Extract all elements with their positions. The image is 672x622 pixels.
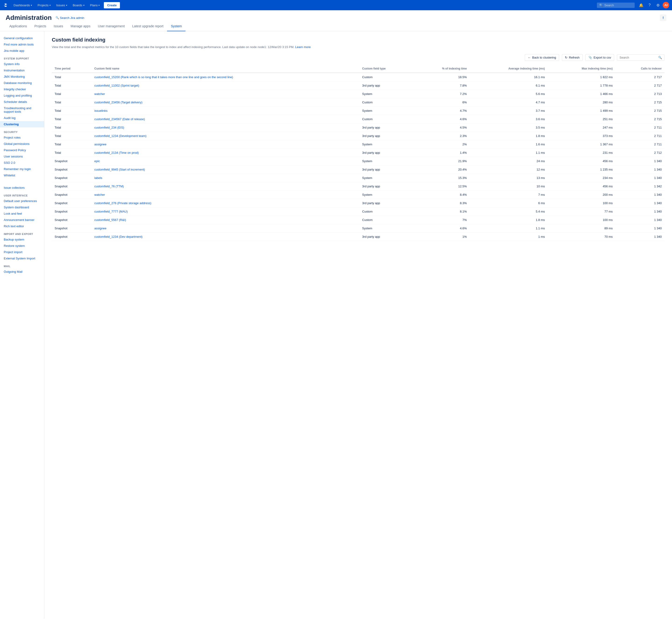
sidebar-item-default-user-preferences[interactable]: Default user preferences	[0, 198, 44, 204]
cell-calls: 1 340	[615, 157, 665, 165]
cell-field-name[interactable]: watcher	[92, 191, 359, 199]
table-row: Snapshot customfield_76 (TTM) 3rd party …	[52, 182, 665, 191]
tab-projects[interactable]: Projects	[31, 22, 50, 31]
sidebar-item-system-info[interactable]: System info	[0, 61, 44, 67]
cell-field-name[interactable]: epic	[92, 157, 359, 165]
sidebar-item-troubleshooting[interactable]: Troubleshooting and support tools	[0, 105, 44, 115]
sidebar-item-project-roles[interactable]: Project roles	[0, 134, 44, 141]
cell-field-name[interactable]: labels	[92, 174, 359, 182]
tab-issues[interactable]: Issues	[50, 22, 67, 31]
sidebar-item-logging-and-profiling[interactable]: Logging and profiling	[0, 92, 44, 99]
avatar[interactable]: JU	[663, 2, 669, 8]
sidebar-item-backup-system[interactable]: Backup system	[0, 236, 44, 243]
sidebar-section-security: SECURITY	[0, 127, 44, 134]
admin-header-right: !	[660, 14, 666, 21]
cell-field-name[interactable]: watcher	[92, 90, 359, 98]
cell-field-name[interactable]: assignee	[92, 224, 359, 232]
cell-field-name[interactable]: customfield_234 (EIS)	[92, 123, 359, 132]
back-to-clustering-button[interactable]: ← Back to clustering	[525, 54, 559, 61]
sidebar-item-password-policy[interactable]: Password Policy	[0, 147, 44, 153]
tab-user-management[interactable]: User management	[94, 22, 128, 31]
cell-field-name[interactable]: customfield_1234 (Development team)	[92, 132, 359, 140]
nav-issues[interactable]: Issues ▾	[54, 2, 70, 8]
tab-manage-apps[interactable]: Manage apps	[67, 22, 94, 31]
refresh-icon: ↻	[565, 56, 568, 59]
cell-field-name[interactable]: customfield_2134 (Time on prod)	[92, 148, 359, 157]
tab-applications[interactable]: Applications	[6, 22, 31, 31]
create-button[interactable]: Create	[104, 2, 120, 8]
settings-icon[interactable]: ⚙	[654, 1, 662, 9]
nav-projects[interactable]: Projects ▾	[35, 2, 53, 8]
sidebar-item-user-sessions[interactable]: User sessions	[0, 153, 44, 160]
cell-field-type: Custom	[359, 73, 413, 81]
cell-calls: 2 711	[615, 140, 665, 148]
col-header-field-name: Custom field name	[92, 65, 359, 73]
sidebar-item-find-more-admin-tools[interactable]: Find more admin tools	[0, 41, 44, 47]
cell-field-name[interactable]: customfield_15200 (Rank which is so long…	[92, 73, 359, 81]
cell-field-name[interactable]: assignee	[92, 140, 359, 148]
refresh-button[interactable]: ↻ Refresh	[562, 54, 583, 61]
sidebar-item-instrumentation[interactable]: Instrumentation	[0, 67, 44, 73]
cell-calls: 1 340	[615, 215, 665, 224]
sidebar-item-audit-log[interactable]: Audit log	[0, 115, 44, 121]
cell-avg-time: 6.1 ms	[470, 81, 548, 90]
jira-logo[interactable]	[3, 2, 8, 8]
cell-field-type: 3rd party app	[359, 123, 413, 132]
sidebar-item-sso[interactable]: SSO 2.0	[0, 160, 44, 166]
sidebar-item-integrity-checker[interactable]: Integrity checker	[0, 86, 44, 92]
cell-field-name[interactable]: customfield_23456 (Target delivery)	[92, 98, 359, 106]
cell-field-name[interactable]: customfield_276 (Private storage address…	[92, 199, 359, 207]
nav-plans[interactable]: Plans ▾	[88, 2, 102, 8]
cell-field-name[interactable]: customfield_9945 (Start of increment)	[92, 165, 359, 174]
cell-pct: 8.3%	[413, 199, 469, 207]
nav-boards[interactable]: Boards ▾	[70, 2, 87, 8]
sidebar-item-announcement-banner[interactable]: Announcement banner	[0, 217, 44, 223]
sidebar-item-global-permissions[interactable]: Global permissions	[0, 141, 44, 147]
tab-latest-upgrade-report[interactable]: Latest upgrade report	[129, 22, 167, 31]
nav-dashboards[interactable]: Dashboards ▾	[11, 2, 34, 8]
cell-field-name[interactable]: customfield_5567 (R&I)	[92, 215, 359, 224]
cell-field-name[interactable]: customfield_1234 (Dev department)	[92, 232, 359, 241]
sidebar-item-rich-text-editor[interactable]: Rich text editor	[0, 223, 44, 229]
tab-system[interactable]: System	[167, 22, 186, 31]
table-search-input[interactable]	[619, 56, 657, 59]
sidebar-item-restore-system[interactable]: Restore system	[0, 243, 44, 249]
sidebar-item-outgoing-mail[interactable]: Outgoing Mail	[0, 269, 44, 275]
sidebar-item-project-import[interactable]: Project import	[0, 249, 44, 255]
sidebar-item-general-configuration[interactable]: General configuration	[0, 35, 44, 41]
sidebar-item-jmx-monitoring[interactable]: JMX Monitoring	[0, 73, 44, 80]
table-row: Snapshot customfield_9945 (Start of incr…	[52, 165, 665, 174]
cell-field-name[interactable]: customfield_11002 (Sprint target)	[92, 81, 359, 90]
notifications-icon[interactable]: 🔔	[637, 1, 645, 9]
cell-field-name[interactable]: issuelinks	[92, 106, 359, 115]
cell-calls: 1 340	[615, 232, 665, 241]
cell-max-time: 456 ms	[548, 157, 615, 165]
global-search-box[interactable]: 🔍	[597, 3, 635, 8]
export-to-csv-button[interactable]: 📎 Export to csv	[585, 54, 614, 61]
cell-avg-time: 12 ms	[470, 165, 548, 174]
sidebar-item-whitelist[interactable]: Whitelist	[0, 172, 44, 178]
sidebar-item-external-system-import[interactable]: External System Import	[0, 255, 44, 262]
cell-field-name[interactable]: customfield_7777 (MAU)	[92, 207, 359, 215]
sidebar-item-scheduler-details[interactable]: Scheduler details	[0, 99, 44, 105]
table-search-box[interactable]: 🔍	[617, 55, 665, 61]
sidebar-item-system-dashboard[interactable]: System dashboard	[0, 204, 44, 210]
table-row: Snapshot customfield_5567 (R&I) Custom 7…	[52, 215, 665, 224]
cell-pct: 21.9%	[413, 157, 469, 165]
cell-field-name[interactable]: customfield_76 (TTM)	[92, 182, 359, 191]
sidebar-item-issue-collectors[interactable]: Issue collectors	[0, 184, 44, 191]
cell-period: Snapshot	[52, 207, 92, 215]
admin-search-link[interactable]: 🔍 Search Jira admin	[56, 16, 85, 20]
sidebar-item-look-and-feel[interactable]: Look and feel	[0, 210, 44, 217]
help-icon[interactable]: ?	[646, 1, 653, 9]
admin-feedback-icon[interactable]: !	[660, 14, 666, 21]
sidebar-item-remember-my-login[interactable]: Remember my login	[0, 166, 44, 172]
learn-more-link[interactable]: Learn more	[295, 45, 310, 49]
table-row: Total watcher System 7.2% 5.6 ms 1 466 m…	[52, 90, 665, 98]
sidebar-item-clustering[interactable]: Clustering	[0, 121, 44, 127]
sidebar-item-database-monitoring[interactable]: Database monitoring	[0, 80, 44, 86]
cell-field-name[interactable]: customfield_234567 (Date of release)	[92, 115, 359, 123]
global-search-input[interactable]	[604, 3, 632, 7]
sidebar-item-jira-mobile-app[interactable]: Jira mobile app	[0, 47, 44, 54]
cell-calls: 2 711	[615, 123, 665, 132]
